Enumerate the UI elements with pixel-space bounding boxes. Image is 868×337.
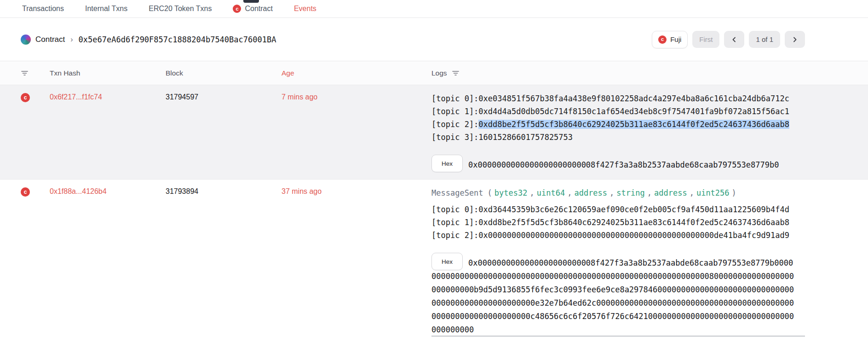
- topic-value-selected: 0xdd8be2f5f5d5cf3b8640c62924025b311ae83c…: [478, 120, 789, 129]
- topic-value: 0x00000000000000000000000000000000000000…: [478, 231, 789, 240]
- topic-line: [topic 2]:0x0000000000000000000000000000…: [431, 229, 805, 242]
- topic-line: [topic 3]:16015286601757825753: [431, 131, 805, 144]
- contract-icon: c: [233, 5, 241, 13]
- column-header-txn-hash: Txn Hash: [50, 69, 166, 77]
- table-header-row: Txn Hash Block Age Logs: [0, 61, 868, 85]
- txn-hash-link[interactable]: 0x6f217...f1fc74: [50, 92, 102, 101]
- block-number: 31793894: [166, 186, 282, 196]
- chevron-left-icon: [731, 36, 737, 43]
- contract-event-icon: c: [21, 93, 30, 102]
- event-param-type: address: [574, 188, 607, 198]
- tab-events[interactable]: Events: [294, 5, 316, 13]
- event-param-type: uint64: [537, 188, 565, 198]
- event-name: MessageSent: [431, 188, 483, 198]
- hex-toggle-button[interactable]: Hex: [431, 253, 463, 270]
- breadcrumb-root: Contract: [35, 35, 65, 44]
- contract-identicon: [21, 35, 31, 45]
- column-header-logs: Logs: [431, 69, 447, 77]
- column-header-block: Block: [166, 69, 282, 77]
- events-table: Txn Hash Block Age Logs c 0x6f217...f1fc…: [0, 61, 868, 337]
- tab-erc20-token-txns[interactable]: ERC20 Token Txns: [149, 5, 212, 13]
- event-param-type: bytes32: [494, 188, 528, 198]
- hex-toggle-button[interactable]: Hex: [431, 155, 463, 172]
- event-signature: MessageSent(bytes32,uint64,address,strin…: [431, 186, 805, 199]
- pagination-next-button[interactable]: [785, 31, 805, 48]
- topic-label: [topic 0]:: [431, 94, 478, 103]
- next-row-divider: [431, 336, 805, 337]
- event-param-type: string: [616, 188, 644, 198]
- tab-label: Transactions: [22, 5, 64, 13]
- topic-line: [topic 1]:0xd4d4a5d0db05dc714f8150c1af65…: [431, 105, 805, 118]
- logs-filter-icon[interactable]: [452, 70, 460, 76]
- topic-label: [topic 0]:: [431, 205, 478, 214]
- tab-bar: Transactions Internal Txns ERC20 Token T…: [0, 0, 868, 18]
- event-param-type: address: [654, 188, 687, 198]
- event-param-type: uint256: [696, 188, 730, 198]
- event-data-block: Hex 0x0000000000000000000000008f427f3a3a…: [431, 155, 805, 172]
- logs-cell: MessageSent(bytes32,uint64,address,strin…: [431, 186, 805, 337]
- topic-line: [topic 1]:0xdd8be2f5f5d5cf3b8640c6292402…: [431, 216, 805, 229]
- filter-icon[interactable]: [21, 70, 29, 76]
- topic-value: 0xdd8be2f5f5d5cf3b8640c62924025b311ae83c…: [478, 218, 789, 227]
- breadcrumb-separator-icon: ›: [70, 35, 73, 44]
- comma: ,: [647, 188, 652, 198]
- chevron-right-icon: [792, 36, 798, 43]
- age-value[interactable]: 37 mins ago: [282, 186, 431, 196]
- topic-label: [topic 1]:: [431, 218, 478, 227]
- contract-event-icon: c: [21, 187, 30, 197]
- topic-value: 0xe034851f567b38fa4a438e9f80102258adc4a2…: [478, 94, 789, 103]
- age-value[interactable]: 7 mins ago: [282, 92, 431, 101]
- logs-cell: [topic 0]:0xe034851f567b38fa4a438e9f8010…: [431, 92, 805, 172]
- topic-line: [topic 0]:0xd36445359b3c6e26c120659aef09…: [431, 203, 805, 216]
- tab-label: ERC20 Token Txns: [149, 5, 212, 13]
- txn-hash-link[interactable]: 0x1f88a...4126b4: [50, 186, 107, 196]
- paren-open: (: [488, 188, 492, 198]
- breadcrumb: Contract › 0x5e67eA6d6f290F857c1888204b7…: [21, 35, 276, 45]
- comma: ,: [530, 188, 535, 198]
- page-header: Contract › 0x5e67eA6d6f290F857c1888204b7…: [0, 18, 868, 61]
- column-header-age[interactable]: Age: [282, 69, 431, 77]
- tooltip-remnant: [243, 0, 259, 3]
- topic-label: [topic 3]:: [431, 133, 478, 142]
- topic-label: [topic 1]:: [431, 107, 478, 116]
- contract-address: 0x5e67eA6d6f290F857c1888204b7540Bac76001…: [79, 35, 276, 44]
- pagination-first-button[interactable]: First: [692, 31, 719, 48]
- event-row: c 0x6f217...f1fc74 31794597 7 mins ago […: [0, 85, 868, 180]
- tab-contract[interactable]: c Contract: [233, 5, 272, 13]
- comma: ,: [609, 188, 614, 198]
- network-badge-fuji[interactable]: c Fuji: [652, 31, 688, 48]
- topic-label: [topic 2]:: [431, 231, 478, 240]
- tab-label: Internal Txns: [85, 5, 127, 13]
- network-icon: c: [658, 35, 667, 44]
- event-row: c 0x1f88a...4126b4 31793894 37 mins ago …: [0, 180, 868, 337]
- tab-label: Contract: [245, 5, 272, 13]
- event-data-hex: 0x0000000000000000000000008f427f3a3a8b25…: [431, 155, 795, 172]
- event-data-block: Hex 0x0000000000000000000000008f427f3a3a…: [431, 253, 805, 337]
- comma: ,: [690, 188, 694, 198]
- network-label: Fuji: [670, 35, 681, 43]
- tab-transactions[interactable]: Transactions: [22, 5, 64, 13]
- pagination-prev-button[interactable]: [724, 31, 744, 48]
- topic-line: [topic 0]:0xe034851f567b38fa4a438e9f8010…: [431, 92, 805, 105]
- pagination-page-indicator[interactable]: 1 of 1: [749, 31, 780, 48]
- event-data-hex: 0x0000000000000000000000008f427f3a3a8b25…: [431, 253, 795, 337]
- tab-internal-txns[interactable]: Internal Txns: [85, 5, 127, 13]
- topic-value: 0xd36445359b3c6e26c120659aef090ce0f2eb00…: [478, 205, 789, 214]
- topic-value: 0xd4d4a5d0db05dc714f8150c1af654ed34eb8c9…: [478, 107, 789, 116]
- block-number: 31794597: [166, 92, 282, 101]
- topic-label: [topic 2]:: [431, 120, 478, 129]
- tab-label: Events: [294, 5, 316, 13]
- header-actions: c Fuji First 1 of 1: [652, 31, 805, 48]
- topic-value: 16015286601757825753: [478, 133, 573, 142]
- paren-close: ): [732, 188, 736, 198]
- comma: ,: [567, 188, 572, 198]
- topic-line: [topic 2]:0xdd8be2f5f5d5cf3b8640c6292402…: [431, 118, 805, 131]
